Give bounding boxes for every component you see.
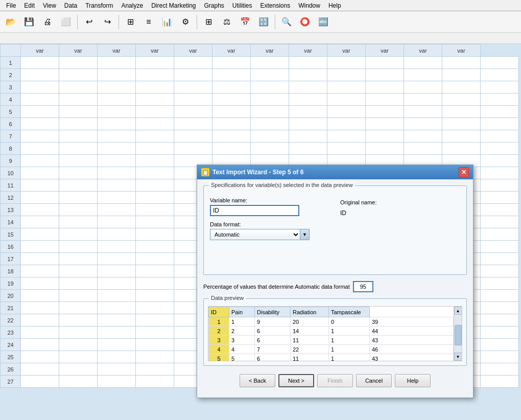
preview-row-num: 3 xyxy=(209,336,229,345)
preview-cell[interactable]: 44 xyxy=(370,326,454,336)
next-button[interactable]: Next > xyxy=(278,374,314,387)
preview-cell[interactable]: 7 xyxy=(255,345,291,354)
cancel-button[interactable]: Cancel xyxy=(356,374,392,387)
preview-cell[interactable]: 2 xyxy=(229,326,255,336)
preview-cell[interactable]: 11 xyxy=(291,336,329,345)
toolbar-more[interactable]: ⚙ xyxy=(177,13,194,31)
dialog-close-button[interactable]: ✕ xyxy=(459,167,469,177)
variable-name-label: Variable name: xyxy=(210,197,330,203)
dialog-title: Text Import Wizard - Step 5 of 6 xyxy=(212,169,459,176)
menu-file[interactable]: File xyxy=(2,1,20,10)
menu-analyze[interactable]: Analyze xyxy=(117,1,147,10)
button-row: < Back Next > Finish Cancel Help xyxy=(203,372,467,391)
spreadsheet-area: var var var var var var var var var var … xyxy=(0,33,521,420)
toolbar-chart[interactable]: 📊 xyxy=(158,13,176,31)
specs-group-label: Specifications for variable(s) selected … xyxy=(209,182,355,188)
toolbar-abc[interactable]: 🔡 xyxy=(255,13,272,31)
preview-col-id[interactable]: ID xyxy=(209,307,229,317)
menu-bar: File Edit View Data Transform Analyze Di… xyxy=(0,0,521,11)
percentage-row: Percentage of values that determine Auto… xyxy=(203,281,467,292)
toolbar-sep-3 xyxy=(197,15,197,29)
menu-utilities[interactable]: Utilities xyxy=(228,1,256,10)
toolbar-print[interactable]: 🖨 xyxy=(39,13,56,31)
data-format-label: Data format: xyxy=(210,221,330,227)
preview-col-pain[interactable]: Pain xyxy=(229,307,255,317)
back-button[interactable]: < Back xyxy=(240,374,275,387)
preview-cell[interactable]: 1 xyxy=(329,336,370,345)
preview-cell[interactable]: 9 xyxy=(255,317,291,326)
toolbar-redo[interactable]: ↪ xyxy=(99,13,116,31)
preview-content: ID Pain Disability Radiation Tampascale … xyxy=(204,301,466,365)
preview-cell[interactable]: 39 xyxy=(370,317,454,326)
toolbar-vars[interactable]: ≡ xyxy=(140,13,157,31)
toolbar-sep-1 xyxy=(77,15,78,29)
preview-cell[interactable]: 5 xyxy=(229,354,255,362)
toolbar-circle[interactable]: ⭕ xyxy=(296,13,314,31)
variable-name-input[interactable] xyxy=(210,205,299,216)
finish-button[interactable]: Finish xyxy=(317,374,353,387)
preview-cell[interactable]: 14 xyxy=(291,326,329,336)
toolbar-calendar[interactable]: 📅 xyxy=(236,13,254,31)
toolbar: 📂 💾 🖨 ⬜ ↩ ↪ ⊞ ≡ 📊 ⚙ ⊞ ⚖ 📅 🔡 🔍 ⭕ 🔤 xyxy=(0,11,521,33)
preview-cell[interactable]: 1 xyxy=(329,326,370,336)
scroll-up-arrow[interactable]: ▲ xyxy=(454,307,462,315)
preview-group: Data preview ID Pain Disability Radiatio… xyxy=(203,298,467,366)
preview-row-num: 5 xyxy=(209,354,229,362)
preview-table-container: ID Pain Disability Radiation Tampascale … xyxy=(208,306,462,361)
toolbar-dialog[interactable]: ⬜ xyxy=(57,13,75,31)
preview-cell[interactable]: 1 xyxy=(329,354,370,362)
percentage-input[interactable] xyxy=(353,281,373,292)
menu-data[interactable]: Data xyxy=(60,1,81,10)
toolbar-undo[interactable]: ↩ xyxy=(80,13,98,31)
preview-row-num: 2 xyxy=(209,326,229,336)
preview-cell[interactable]: 4 xyxy=(229,345,255,354)
preview-scrollbar[interactable]: ▲ ▼ xyxy=(454,307,462,361)
help-button[interactable]: Help xyxy=(395,374,431,387)
preview-col-tampascale[interactable]: Tampascale xyxy=(329,307,370,317)
preview-cell[interactable]: 11 xyxy=(291,354,329,362)
preview-cell[interactable]: 6 xyxy=(255,354,291,362)
menu-extensions[interactable]: Extensions xyxy=(256,1,295,10)
scroll-down-arrow[interactable]: ▼ xyxy=(454,353,462,361)
toolbar-find[interactable]: 🔍 xyxy=(278,13,295,31)
percentage-label: Percentage of values that determine Auto… xyxy=(203,284,350,290)
preview-cell[interactable]: 20 xyxy=(291,317,329,326)
preview-group-label: Data preview xyxy=(209,295,246,301)
toolbar-goto[interactable]: ⊞ xyxy=(122,13,139,31)
menu-graphs[interactable]: Graphs xyxy=(200,1,228,10)
scroll-thumb[interactable] xyxy=(455,325,462,345)
original-name-value: ID xyxy=(340,206,460,217)
preview-cell[interactable]: 43 xyxy=(370,336,454,345)
toolbar-save[interactable]: 💾 xyxy=(20,13,38,31)
data-format-dropdown-arrow[interactable]: ▼ xyxy=(300,229,310,240)
toolbar-data-view[interactable]: ⊞ xyxy=(200,13,217,31)
menu-help[interactable]: Help xyxy=(324,1,345,10)
var-specs-content: Variable name: Data format: Automatic Nu… xyxy=(210,192,460,240)
preview-cell[interactable]: 6 xyxy=(255,336,291,345)
data-format-select[interactable]: Automatic Numeric String Date Time xyxy=(210,229,300,240)
preview-cell[interactable]: 46 xyxy=(370,345,454,354)
dialog-titlebar: 📋 Text Import Wizard - Step 5 of 6 ✕ xyxy=(197,165,473,179)
preview-cell[interactable]: 1 xyxy=(229,317,255,326)
preview-cell[interactable]: 43 xyxy=(370,354,454,362)
toolbar-open[interactable]: 📂 xyxy=(2,13,19,31)
menu-window[interactable]: Window xyxy=(294,1,324,10)
preview-cell[interactable]: 22 xyxy=(291,345,329,354)
preview-table: ID Pain Disability Radiation Tampascale … xyxy=(208,307,454,361)
preview-cell[interactable]: 1 xyxy=(329,345,370,354)
toolbar-scale[interactable]: ⚖ xyxy=(218,13,235,31)
dialog-title-icon: 📋 xyxy=(201,168,209,176)
toolbar-sep-4 xyxy=(275,15,275,29)
preview-row-num: 4 xyxy=(209,345,229,354)
preview-col-disability[interactable]: Disability xyxy=(255,307,291,317)
toolbar-text[interactable]: 🔤 xyxy=(315,13,332,31)
data-format-dropdown-container: Automatic Numeric String Date Time ▼ xyxy=(210,229,310,240)
menu-transform[interactable]: Transform xyxy=(81,1,117,10)
preview-col-radiation[interactable]: Radiation xyxy=(291,307,329,317)
menu-edit[interactable]: Edit xyxy=(20,1,39,10)
menu-direct-marketing[interactable]: Direct Marketing xyxy=(147,1,200,10)
preview-cell[interactable]: 6 xyxy=(255,326,291,336)
menu-view[interactable]: View xyxy=(39,1,60,10)
preview-cell[interactable]: 3 xyxy=(229,336,255,345)
preview-cell[interactable]: 0 xyxy=(329,317,370,326)
